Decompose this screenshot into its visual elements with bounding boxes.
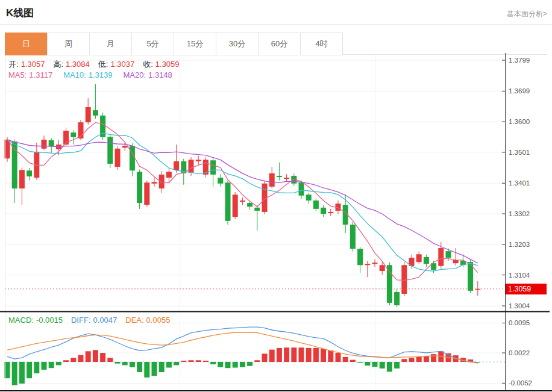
candle-body bbox=[321, 208, 326, 214]
ma-readout: MA5:1.3117MA10:1.3139MA20:1.3148 bbox=[8, 70, 183, 79]
macd-hist-bar bbox=[350, 360, 356, 362]
macd-hist-bar bbox=[49, 362, 54, 368]
macd-hist-bar bbox=[189, 360, 194, 362]
candle-body bbox=[299, 182, 304, 196]
axis-tick-label: 1.3699 bbox=[509, 87, 530, 95]
close-value: 1.3059 bbox=[155, 60, 180, 69]
axis-tick-label: 1.3104 bbox=[509, 272, 530, 279]
macd-hist-bar bbox=[225, 362, 231, 368]
macd-hist-bar bbox=[291, 347, 296, 362]
macd-hist-bar bbox=[100, 353, 105, 362]
candle-body bbox=[394, 292, 400, 305]
candle-body bbox=[144, 182, 149, 205]
candle-body bbox=[277, 176, 282, 177]
axis-tick-label: -0.0052 bbox=[509, 379, 532, 387]
macd-hist-bar bbox=[34, 362, 39, 373]
macd-hist-bar bbox=[277, 348, 282, 362]
axis-tick-label: 1.3799 bbox=[509, 57, 530, 64]
macd-hist-bar bbox=[254, 360, 260, 362]
candle-body bbox=[446, 251, 451, 258]
macd-hist-bar bbox=[115, 362, 121, 364]
axis-tick-label: 1.3501 bbox=[509, 149, 530, 156]
macd-hist-bar bbox=[42, 362, 47, 370]
macd-hist-bar bbox=[424, 356, 429, 362]
candle-body bbox=[210, 160, 216, 175]
macd-hist-bar bbox=[313, 348, 319, 362]
macd-hist-bar bbox=[159, 362, 165, 372]
ohlc-readout: 开:1.3057高:1.3084低:1.3037收:1.3059 bbox=[8, 59, 188, 70]
candle-body bbox=[247, 203, 252, 207]
axis-tick-label: 1.3600 bbox=[509, 118, 530, 125]
candle-body bbox=[357, 249, 363, 265]
macd-hist-bar bbox=[210, 362, 216, 364]
macd-hist-bar bbox=[328, 350, 333, 362]
candle-body bbox=[254, 208, 260, 211]
candle-body bbox=[19, 170, 25, 188]
axis-tick-label: 1.3004 bbox=[509, 302, 530, 310]
macd-hist-bar bbox=[409, 358, 415, 362]
macd-hist-bar bbox=[240, 362, 245, 367]
candle-body bbox=[27, 170, 32, 176]
candle-body bbox=[225, 182, 231, 221]
macd-hist-bar bbox=[19, 362, 25, 384]
axes: 1.37991.36991.36001.35011.34011.33021.32… bbox=[0, 53, 552, 391]
candle-body bbox=[453, 260, 459, 263]
macd-hist-bar bbox=[336, 353, 341, 362]
macd-hist-bar bbox=[12, 362, 17, 385]
axis-tick-label: 1.3203 bbox=[509, 241, 530, 248]
macd-hist-bar bbox=[27, 362, 32, 378]
macd-hist-bar bbox=[401, 359, 407, 362]
macd-hist-bar bbox=[357, 362, 363, 362]
macd-hist-bar bbox=[107, 358, 113, 362]
diff-value: 0.0047 bbox=[93, 316, 117, 325]
macd-hist-bar bbox=[299, 347, 304, 362]
candle-body bbox=[269, 173, 275, 187]
candle-body bbox=[107, 137, 113, 164]
macd-hist-bar bbox=[306, 348, 312, 362]
macd-hist-bar bbox=[152, 362, 157, 376]
candle-body bbox=[218, 178, 223, 184]
low-label: 低: bbox=[98, 60, 108, 69]
ma20-label: MA20: bbox=[123, 70, 146, 79]
candle-body bbox=[438, 248, 444, 266]
diff-label: DIFF: bbox=[71, 316, 91, 325]
macd-hist-bar bbox=[218, 362, 223, 367]
low-value: 1.3037 bbox=[110, 60, 134, 69]
candle-body bbox=[365, 264, 370, 265]
macd-hist-bar bbox=[262, 353, 268, 362]
candle-body bbox=[401, 265, 407, 294]
ma10-value: 1.3139 bbox=[89, 70, 113, 79]
candle-body bbox=[313, 201, 319, 209]
macd-hist-bar bbox=[365, 362, 370, 366]
macd-hist-bar bbox=[174, 362, 179, 365]
high-value: 1.3084 bbox=[66, 60, 90, 69]
macd-hist-bar bbox=[247, 362, 252, 366]
candle-body bbox=[306, 194, 312, 201]
macd-hist-bar bbox=[130, 362, 135, 367]
macd-hist-bar bbox=[269, 350, 275, 362]
candle-body bbox=[240, 201, 245, 202]
dea-value: 0.0055 bbox=[146, 316, 171, 325]
ma10-label: MA10: bbox=[63, 70, 86, 79]
kline-page: K线图 基本面分析> 日周月5分15分30分60分4时 1.37991.3699… bbox=[0, 0, 552, 392]
dea-line bbox=[7, 332, 478, 363]
macd-hist-bar bbox=[387, 362, 392, 372]
macd-hist-bar bbox=[394, 362, 400, 369]
macd-hist-bar bbox=[144, 362, 149, 378]
dea-label: DEA: bbox=[125, 316, 143, 325]
macd-hist-bar bbox=[181, 361, 186, 362]
macd-hist-bar bbox=[78, 355, 84, 362]
macd-hist-bar bbox=[416, 356, 422, 362]
macd-value: -0.0015 bbox=[36, 316, 63, 325]
candle-body bbox=[137, 172, 142, 203]
candle-body bbox=[284, 178, 289, 179]
open-label: 开: bbox=[8, 60, 19, 69]
candle-body bbox=[86, 107, 91, 122]
gridlines bbox=[5, 55, 505, 390]
macd-hist-bar bbox=[321, 349, 326, 362]
candle-body bbox=[350, 225, 356, 249]
candle-body bbox=[328, 212, 333, 213]
macd-readout: MACD:-0.0015DIFF:0.0047DEA:0.0055 bbox=[8, 316, 178, 325]
last-price-tag: 1.3059 bbox=[506, 284, 547, 294]
macd-hist-bar bbox=[93, 350, 98, 362]
